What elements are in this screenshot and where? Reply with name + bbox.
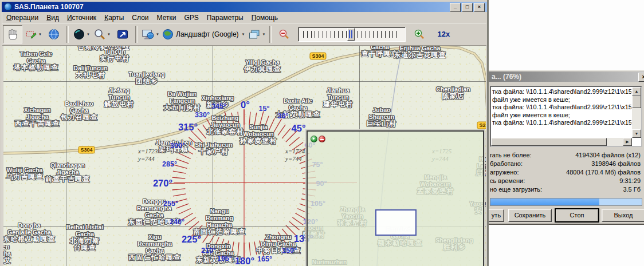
source-mode-button[interactable]: ▼ [140,25,160,43]
zoom-slider[interactable] [298,27,406,42]
chevron-down-icon[interactable]: ▼ [242,33,245,36]
minimize-button[interactable]: _ [450,3,461,12]
map-gridline [3,81,486,82]
dialog-button-Сохранить[interactable]: Сохранить [508,209,552,222]
bearing-label: 195° [217,255,232,263]
chevron-down-icon[interactable]: ▼ [87,33,90,36]
zoom-slider-thumb[interactable] [347,28,355,41]
progress-fill [490,198,599,205]
layers-icon [248,28,261,41]
measure-globe-button[interactable] [44,25,64,43]
map-place-label: Da WujianFangcun大五间房村 [164,90,201,111]
map-view[interactable]: Taben GeleGacha塔本格勒嘎查台斯冷賽布嘎查ShixingTuncu… [3,46,486,266]
scroll-up-icon[interactable]: ▲ [632,87,641,96]
map-place-label: Yiliqi Gacha伊力其嘎查 [244,59,281,73]
chevron-down-icon[interactable]: ▼ [156,33,159,36]
stat-value: 48004 (170.4 Мб) файлов [566,168,641,176]
map-place-label: QianchaganJigacha前查干吉嘎查 [45,162,90,182]
dialog-button-Стоп[interactable]: Стоп [555,209,599,222]
close-button[interactable]: × [474,3,485,12]
menu-item-источник[interactable]: Источник [63,13,100,22]
zoom-out-icon [278,29,290,40]
bearing-label: 255° [163,200,178,208]
dialog-close-button[interactable]: × [638,73,644,82]
maximize-button[interactable]: □ [462,3,473,12]
dialog-button-Выход[interactable]: Выход [602,209,644,222]
horizontal-scroll-thumb[interactable] [491,138,607,146]
toolbar-divider [269,26,272,43]
menu-item-вид[interactable]: Вид [42,13,63,22]
bearing-label: 0° [241,100,250,110]
log-horizontal-scrollbar[interactable]: ▶ [491,138,632,146]
map-place-label: NanguRenmangHagacha南固仁茫哈嘎查 [194,208,246,235]
minimap-expand-icon[interactable] [311,136,317,142]
bearing-label: 180° [235,256,254,266]
menu-item-помощь[interactable]: Помощь [248,13,282,22]
chevron-down-icon[interactable]: ▼ [262,33,266,36]
log-line: файл уже имеется в кеше; [492,96,631,104]
menu-item-операции[interactable]: Операции [2,13,42,22]
layers-button[interactable]: ▼ [247,25,266,43]
stat-value: 3198946 файлов [591,160,641,168]
menu-item-gps[interactable]: GPS [180,13,202,22]
map-place-label: SunjiaWobaocun孙家窝堡村 [240,124,277,144]
dialog-button-уть[interactable]: уть [488,209,504,222]
menu-item-карты[interactable]: Карты [100,13,128,22]
bearing-label: 240° [170,218,184,226]
tile-coordinate-label: x=1724y=744 [285,148,305,162]
minimap-window[interactable] [307,130,484,266]
stat-value: 9:31:29 [619,177,641,185]
stat-value: 3.5 Гб [623,185,641,193]
night-mode-button[interactable]: ▼ [72,25,91,43]
dialog-titlebar[interactable]: а... (76%) × [489,72,644,82]
monitor-globe-icon [141,28,155,41]
select-region-icon [25,28,37,41]
map-place-label: JianhuaTuncun建华屯村 [323,87,353,108]
map-place-label: Shi Jiahucun十家户村 [195,141,232,155]
zoom-in-button[interactable] [410,25,429,43]
stat-value: 4194304 файлов (x12) [575,151,641,159]
bearing-label: 225° [182,234,201,245]
map-place-label: Chenjiadian陈家店 [436,86,470,100]
toolbar-divider [135,26,138,43]
stat-row: агружено:48004 (170.4 Мб) файлов [490,168,641,176]
titlebar[interactable]: SAS.Планета 100707 _ □ × [2,2,487,12]
globe-icon [48,28,60,41]
tile-coordinate-label: x=1723y=744 [138,148,158,162]
menu-item-метки[interactable]: Метки [153,13,180,22]
menu-item-слои[interactable]: Слои [128,13,152,22]
log-line: тка файла: \\10.1.1.4\shared\land2.999\z… [492,104,631,112]
map-source-label[interactable]: Ландшафт (Google) [176,30,239,38]
bearing-label: 45° [292,123,306,134]
bearing-label: 330° [195,111,210,119]
scroll-right-icon[interactable]: ▶ [623,138,632,146]
stat-row: но еще загрузить:3.5 Гб [490,185,641,193]
map-source-button[interactable]: Ландшафт (Google) ▼ [161,25,246,43]
window-title: SAS.Планета 100707 [14,2,84,12]
map-place-label: DonghaGenjaile Gacha东哈根艾勒嘎查 [3,222,56,243]
selection-tool-button[interactable]: ▼ [23,25,43,43]
vertical-scroll-thumb[interactable] [632,96,641,108]
log-lines: тка файла: \\10.1.1.4\shared\land2.999\z… [492,88,631,127]
bearing-label: 150° [282,247,297,255]
pan-tool-button[interactable] [3,25,22,43]
stat-row: сь времени:9:31:29 [490,177,641,185]
zoom-tool-button[interactable]: ▼ [92,25,112,43]
bearing-label: 300° [170,142,185,150]
log-vertical-scrollbar[interactable]: ▲ ▼ [632,87,641,138]
stat-label: агружено: [490,168,519,176]
minimap-minimize-icon[interactable] [319,136,325,142]
fullscreen-button[interactable] [113,25,132,43]
scroll-down-icon[interactable]: ▼ [632,129,641,138]
dark-sphere-icon [73,28,85,41]
chevron-down-icon[interactable]: ▼ [38,33,42,36]
menu-item-параметры[interactable]: Параметры [203,13,248,22]
main-window: SAS.Планета 100707 _ □ × ОперацииВидИсто… [0,0,489,266]
stat-label: бработано: [490,160,523,168]
zoom-out-button[interactable] [274,25,294,43]
bearing-label: 15° [259,105,270,113]
selection-rectangle[interactable] [375,209,417,236]
download-log[interactable]: тка файла: \\10.1.1.4\shared\land2.999\z… [490,86,642,147]
chevron-down-icon[interactable]: ▼ [107,33,111,36]
log-line: тка файла: \\10.1.1.4\shared\land2.999\z… [492,119,631,127]
